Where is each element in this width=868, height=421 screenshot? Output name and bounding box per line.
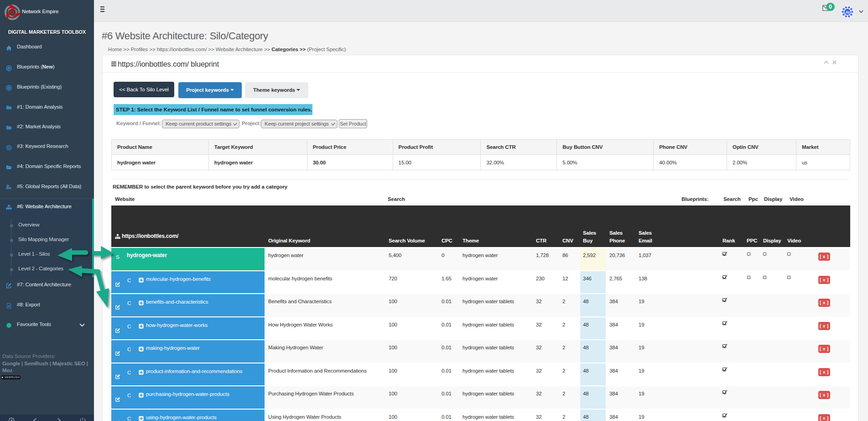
- svg-text:AI: AI: [846, 10, 850, 15]
